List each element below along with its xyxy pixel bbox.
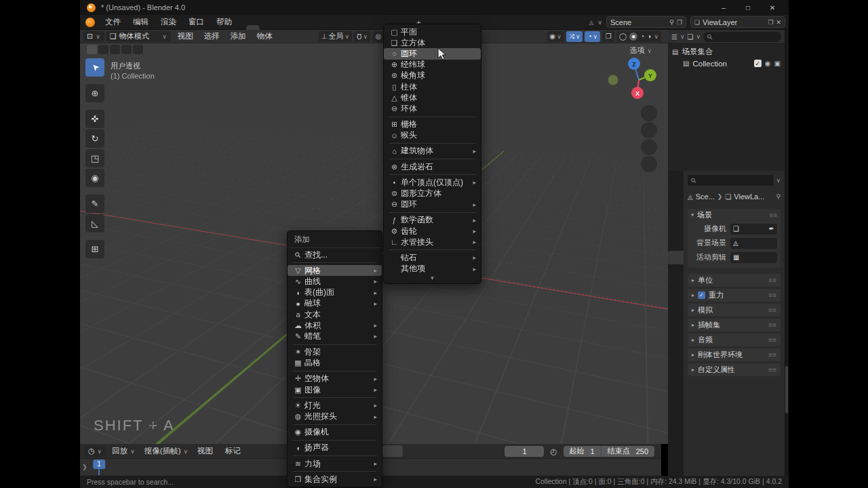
eyedropper-icon[interactable]: ✒	[769, 225, 774, 232]
tool-button-rotate[interactable]: ↻	[85, 129, 104, 148]
menu-item-pipe-joints[interactable]: ∟ 水管接头 ▸	[384, 237, 481, 247]
properties-tab-scene[interactable]	[668, 251, 684, 264]
menu-item-extras[interactable]: 其他项 ▸	[384, 264, 481, 274]
menu[interactable]: 渲染	[155, 15, 182, 30]
menu-item-force-field[interactable]: ≋ 力场 ▸	[288, 458, 382, 469]
menu-item-camera[interactable]: ◉ 摄像机 ▸	[288, 427, 382, 438]
property-section-header[interactable]: 插帧集	[688, 319, 781, 331]
workspace-tab[interactable]	[273, 25, 287, 30]
menu-item-plane[interactable]: ▢ 平面 ▸	[384, 26, 481, 37]
menu-item-lattice[interactable]: ▦ 晶格 ▸	[288, 358, 382, 369]
maximize-button[interactable]: □	[736, 0, 760, 15]
select-mode-button-extend[interactable]	[98, 45, 108, 54]
tool-button-transform[interactable]: ◉	[85, 169, 104, 187]
workspace-tab[interactable]	[287, 25, 300, 30]
menu-item-light[interactable]: ☀ 灯光 ▸	[288, 400, 382, 411]
frame-start-field[interactable]: 起始 1	[564, 446, 601, 457]
scene-collection-row[interactable]: ▤ 场景集合	[668, 46, 785, 58]
menu-item-armature[interactable]: ✶ 骨架 ▸	[288, 347, 382, 358]
display-mode-icon[interactable]: ❏	[688, 33, 694, 41]
scroll-down-hint[interactable]: ▾	[384, 274, 481, 281]
menu-item-curve[interactable]: ∿ 曲线 ▸	[288, 276, 382, 287]
selectability-dropdown[interactable]: ◉ ∨	[547, 31, 564, 42]
timeline-menu[interactable]: 视图	[193, 446, 220, 456]
menu-item-text[interactable]: a 文本 ▸	[288, 309, 382, 320]
camera-field[interactable]: ❑ ✒	[730, 224, 777, 235]
scene-icon[interactable]: ◬	[589, 19, 593, 26]
hide-eye-icon[interactable]: ◉	[765, 60, 771, 67]
solid-shading-button[interactable]: ●	[629, 33, 637, 41]
nav-button-pan[interactable]	[641, 122, 657, 138]
scrollbar-thumb[interactable]	[785, 366, 788, 413]
workspace-tab[interactable]	[300, 25, 314, 30]
menu-item-volume[interactable]: ☁ 体积 ▸	[288, 320, 382, 331]
frame-end-field[interactable]: 结束点 250	[601, 446, 654, 457]
viewport-menu[interactable]: 视图	[172, 31, 199, 41]
menu-item-gears[interactable]: ⚙ 齿轮 ▸	[384, 226, 481, 237]
menu[interactable]: 帮助	[210, 15, 238, 30]
workspace-tab[interactable]	[260, 25, 273, 30]
copy-viewlayer-icon[interactable]: ❐	[768, 19, 773, 26]
material-shading-button[interactable]: ◔	[640, 33, 644, 40]
nav-button-zoom[interactable]	[641, 105, 657, 121]
properties-search-input[interactable]: ⚲	[688, 175, 774, 186]
viewlayer-field[interactable]: ❏ ViewLayer ❐ ✕	[690, 16, 785, 28]
minimize-button[interactable]: –	[711, 0, 736, 15]
menu-item-monkey[interactable]: ☺ 猴头 ▸	[384, 130, 481, 141]
viewport-menu[interactable]: 添加	[225, 31, 252, 41]
menu-item-math-function[interactable]: ƒ 数学函数 ▸	[384, 215, 481, 226]
properties-tab-data[interactable]	[668, 306, 684, 319]
properties-tab-world[interactable]	[668, 269, 684, 283]
properties-tab-tool[interactable]	[668, 178, 684, 191]
menu-item-grease-pencil[interactable]: ✎ 蜡笔 ▸	[288, 331, 382, 342]
properties-tab-output[interactable]	[668, 214, 684, 228]
xray-toggle[interactable]: ❐	[602, 31, 614, 42]
menu-item-cube[interactable]: ❑ 立方体 ▸	[384, 37, 481, 48]
scene-field[interactable]: Scene ⚲ ❐	[606, 16, 686, 28]
options-dropdown[interactable]: 选项 ∨	[629, 45, 652, 56]
pin-icon[interactable]: ⚲	[669, 19, 674, 26]
timeline-editor-type-button[interactable]: ◷ ∨	[84, 446, 106, 457]
current-frame-field[interactable]: 1	[505, 446, 544, 457]
remove-viewlayer-icon[interactable]: ✕	[776, 19, 781, 26]
orientation-select[interactable]: ⊥ 全局 ∨	[319, 31, 352, 42]
active-clip-field[interactable]: ▦	[730, 252, 777, 263]
outliner-search-input[interactable]: ⚲	[703, 32, 781, 42]
snap-target-button[interactable]: ⤨ ∨	[566, 31, 583, 42]
properties-tab-view-layer[interactable]	[668, 232, 684, 246]
camera-restrict-icon[interactable]: ▣	[774, 60, 781, 67]
stopwatch-icon[interactable]: ◴	[550, 447, 557, 456]
property-section-header[interactable]: 自定义属性	[688, 363, 781, 376]
menu-item-diamonds[interactable]: 钻石 ▸	[384, 252, 481, 263]
snap-toggle[interactable]: Ω ∨	[354, 31, 370, 42]
menu[interactable]: 编辑	[127, 15, 155, 30]
properties-options-icon[interactable]: ∨	[776, 177, 781, 184]
select-mode-button-set[interactable]	[87, 45, 97, 54]
select-mode-button-invert[interactable]	[121, 45, 132, 54]
select-mode-button-subtract[interactable]	[110, 45, 120, 54]
menu-item-single-vert[interactable]: • 单个顶点(仅顶点) ▸	[384, 177, 481, 188]
background-scene-field[interactable]: ◬	[730, 238, 777, 249]
menu-item-surface[interactable]: ◖ 表(曲)面 ▸	[288, 287, 382, 298]
menu-item-cylinder[interactable]: ▯ 柱体 ▸	[384, 81, 481, 92]
menu-item-collection-instance[interactable]: ❐ 集合实例 ▸	[288, 474, 382, 485]
falloff-button[interactable]: ◔ ∨	[585, 31, 600, 42]
scene-chevron-icon[interactable]: ∨	[597, 19, 602, 26]
tool-button-annotate[interactable]: ✎	[85, 195, 104, 213]
app-menu-icon[interactable]	[85, 18, 95, 27]
menu-item-torus[interactable]: ⊖ 环体 ▸	[384, 103, 481, 114]
menu-item-uv-sphere[interactable]: ⊕ 经纬球 ▸	[384, 60, 481, 70]
timeline-menu[interactable]: 抠像(插帧) ∨	[140, 446, 193, 456]
timeline-menu[interactable]: 回放 ∨	[107, 446, 140, 456]
filter-icon[interactable]: ☰	[671, 33, 677, 41]
properties-tab-object[interactable]	[668, 287, 684, 301]
menu[interactable]: 窗口	[182, 15, 210, 30]
collection-checkbox[interactable]: ✓	[754, 60, 762, 67]
rendered-shading-button[interactable]: ◑	[647, 33, 651, 40]
menu-item-archimesh[interactable]: ⌂ 建筑物体 ▸	[384, 146, 481, 157]
editor-type-button[interactable]: ⊡ ∨	[83, 31, 104, 42]
tool-button-scale[interactable]: ◳	[85, 149, 104, 167]
menu-item-image[interactable]: ▣ 图像 ▸	[288, 384, 382, 395]
properties-tab-render[interactable]	[668, 196, 684, 209]
tool-button-add-cube[interactable]: ⊞	[85, 240, 104, 258]
